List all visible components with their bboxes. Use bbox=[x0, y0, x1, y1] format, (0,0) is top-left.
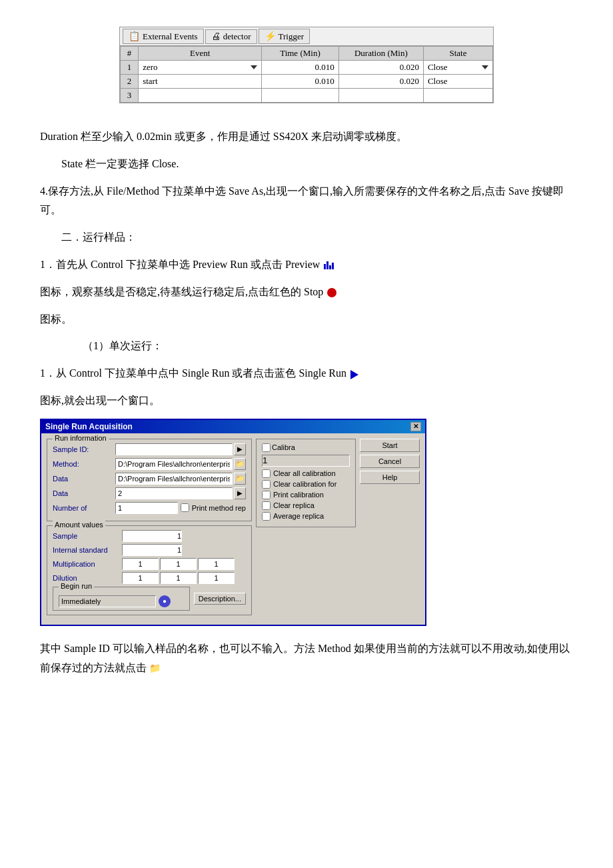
print-method-checkbox[interactable] bbox=[181, 503, 189, 512]
data1-input-wrapper: 📁 bbox=[115, 473, 246, 485]
external-events-panel: 📋 External Events 🖨 detector ⚡ Trigger #… bbox=[119, 27, 494, 103]
row2-num: 2 bbox=[121, 75, 139, 89]
dialog-titlebar: Single Run Acquisition ✕ bbox=[41, 420, 425, 433]
method-browse-button[interactable]: 📁 bbox=[234, 458, 246, 470]
amount-dilution-input3[interactable] bbox=[198, 572, 235, 584]
data1-input[interactable] bbox=[115, 473, 233, 485]
clear-all-checkbox-row: Clear all calibration bbox=[262, 469, 350, 478]
row1-duration[interactable]: 0.020 bbox=[338, 61, 423, 75]
paragraph-7: 图标。 bbox=[40, 310, 573, 329]
data1-row: Data 📁 bbox=[53, 473, 246, 485]
clear-replica-checkbox[interactable] bbox=[262, 501, 271, 510]
folder-icon: 📁 bbox=[149, 660, 161, 677]
dialog-body: Run information Sample ID: ▶ Method: bbox=[41, 433, 425, 625]
tab-bar: 📋 External Events 🖨 detector ⚡ Trigger bbox=[120, 27, 493, 46]
sample-id-row: Sample ID: ▶ bbox=[53, 443, 246, 455]
data1-browse-button[interactable]: 📁 bbox=[234, 473, 246, 485]
row3-state[interactable] bbox=[423, 89, 492, 103]
paragraph-5: 1．首先从 Control 下拉菜单中选 Preview Run 或点击 Pre… bbox=[40, 255, 573, 275]
dialog-wrapper: Single Run Acquisition ✕ Run information… bbox=[40, 419, 573, 626]
amount-sample-row: Sample bbox=[53, 530, 246, 542]
tab-external-events[interactable]: 📋 External Events bbox=[123, 29, 204, 44]
paragraph-10: 图标,就会出现一个窗口。 bbox=[40, 391, 573, 411]
row1-event[interactable]: zero bbox=[139, 61, 262, 75]
row3-duration[interactable] bbox=[338, 89, 423, 103]
sample-id-input[interactable] bbox=[115, 443, 233, 455]
print-calib-checkbox[interactable] bbox=[262, 491, 271, 499]
dialog-close-button[interactable]: ✕ bbox=[410, 422, 421, 431]
avg-replica-checkbox-row: Average replica bbox=[262, 512, 350, 521]
calibra-checkbox[interactable] bbox=[262, 443, 271, 452]
row3-event[interactable] bbox=[139, 89, 262, 103]
row1-time[interactable]: 0.010 bbox=[262, 61, 339, 75]
begin-run-title: Begin run bbox=[59, 582, 94, 590]
dialog-left-panel: Run information Sample ID: ▶ Method: bbox=[47, 439, 252, 619]
sample-id-label: Sample ID: bbox=[53, 445, 113, 453]
calibra-header: Calibra bbox=[262, 443, 350, 452]
amount-mult-input2[interactable] bbox=[160, 558, 197, 570]
trigger-icon: ⚡ bbox=[265, 31, 276, 42]
clear-calib-for-checkbox-row: Clear calibration for bbox=[262, 480, 350, 489]
row2-state[interactable]: Close bbox=[423, 75, 492, 89]
paragraph-9: 1．从 Control 下拉菜单中点中 Single Run 或者点击蓝色 Si… bbox=[40, 364, 573, 383]
row1-state[interactable]: Close bbox=[423, 61, 492, 75]
amount-mult-inputs bbox=[122, 558, 235, 570]
dialog-action-buttons: Start Cancel Help bbox=[360, 439, 420, 619]
begin-run-input[interactable] bbox=[59, 595, 156, 607]
col-header-duration: Duration (Min) bbox=[338, 47, 423, 61]
data2-arrow-button[interactable]: ▶ bbox=[234, 487, 246, 499]
row2-time[interactable]: 0.010 bbox=[262, 75, 339, 89]
clear-all-checkbox[interactable] bbox=[262, 469, 271, 478]
row2-duration[interactable]: 0.020 bbox=[338, 75, 423, 89]
table-row: 2 start 0.010 0.020 Close bbox=[121, 75, 493, 89]
help-button[interactable]: Help bbox=[360, 471, 420, 484]
col-header-event: Event bbox=[139, 47, 262, 61]
paragraph-11: 其中 Sample ID 可以输入样品的名称，也可以不输入。方法 Method … bbox=[40, 639, 573, 678]
col-header-state: State bbox=[423, 47, 492, 61]
cancel-button[interactable]: Cancel bbox=[360, 455, 420, 468]
amount-values-group: Amount values Sample Internal standard M… bbox=[47, 525, 252, 615]
tab-detector[interactable]: 🖨 detector bbox=[205, 29, 257, 44]
sample-id-arrow-button[interactable]: ▶ bbox=[234, 443, 246, 455]
print-calib-checkbox-row: Print calibration bbox=[262, 491, 350, 499]
method-input[interactable] bbox=[115, 458, 233, 470]
amount-dilution-label: Dilution bbox=[53, 574, 119, 582]
single-run-arrow-icon bbox=[350, 370, 358, 379]
amount-dilution-input2[interactable] bbox=[160, 572, 197, 584]
amount-sample-input[interactable] bbox=[122, 530, 182, 542]
single-run-dialog: Single Run Acquisition ✕ Run information… bbox=[40, 419, 426, 626]
run-info-title: Run information bbox=[53, 434, 109, 442]
paragraph-8: （1）单次运行： bbox=[83, 337, 573, 356]
amount-dilution-input1[interactable] bbox=[122, 572, 159, 584]
row1-event-dropdown-icon[interactable] bbox=[251, 65, 257, 69]
description-button[interactable]: Description... bbox=[194, 593, 246, 605]
number-input[interactable] bbox=[115, 502, 178, 514]
begin-run-icon[interactable]: ● bbox=[159, 595, 171, 607]
data2-input[interactable] bbox=[115, 487, 233, 499]
clear-replica-checkbox-row: Clear replica bbox=[262, 501, 350, 510]
paragraph-3: 4.保存方法,从 File/Method 下拉菜单中选 Save As,出现一个… bbox=[40, 182, 573, 221]
table-row: 1 zero 0.010 0.020 Close bbox=[121, 61, 493, 75]
avg-replica-checkbox[interactable] bbox=[262, 512, 271, 521]
amount-mult-row: Multiplication bbox=[53, 558, 246, 570]
method-input-wrapper: 📁 bbox=[115, 458, 246, 470]
amount-title: Amount values bbox=[53, 521, 105, 529]
data2-input-wrapper: ▶ bbox=[115, 487, 246, 499]
row1-state-dropdown-icon[interactable] bbox=[482, 65, 488, 69]
external-events-icon: 📋 bbox=[129, 31, 140, 42]
sample-id-input-wrapper: ▶ bbox=[115, 443, 246, 455]
row3-num: 3 bbox=[121, 89, 139, 103]
col-header-num: # bbox=[121, 47, 139, 61]
print-method-checkbox-row: Print method rep bbox=[181, 503, 246, 512]
data1-label: Data bbox=[53, 475, 113, 483]
row2-event[interactable]: start bbox=[139, 75, 262, 89]
calibration-input[interactable] bbox=[262, 455, 350, 467]
amount-mult-input3[interactable] bbox=[198, 558, 235, 570]
row3-time[interactable] bbox=[262, 89, 339, 103]
tab-trigger[interactable]: ⚡ Trigger bbox=[259, 29, 310, 44]
amount-dilution-inputs bbox=[122, 572, 235, 584]
start-button[interactable]: Start bbox=[360, 439, 420, 452]
amount-mult-input1[interactable] bbox=[122, 558, 159, 570]
amount-internal-input[interactable] bbox=[122, 544, 182, 556]
clear-calib-for-checkbox[interactable] bbox=[262, 480, 271, 489]
